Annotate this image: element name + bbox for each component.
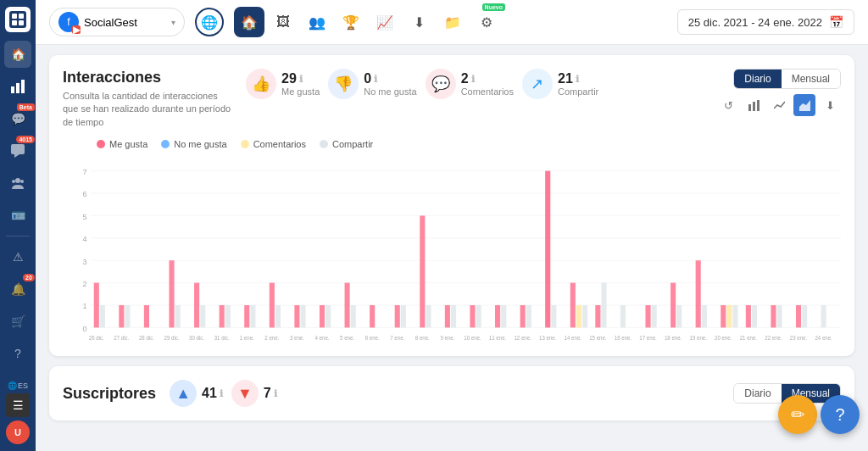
suscriptores-header: Suscriptores ▲ 41 ℹ ▼ 7 ℹ xyxy=(63,380,841,407)
help-fab[interactable]: ? xyxy=(821,395,860,434)
svg-rect-75 xyxy=(476,305,481,327)
svg-rect-112 xyxy=(777,305,782,327)
like-info-icon[interactable]: ℹ xyxy=(299,74,303,85)
stat-like: 👍 29 ℹ Me gusta xyxy=(246,69,320,99)
date-range-text: 25 dic. 2021 - 24 ene. 2022 xyxy=(688,16,822,29)
svg-rect-63 xyxy=(370,305,375,327)
svg-text:6 ene.: 6 ene. xyxy=(365,335,380,341)
date-picker[interactable]: 25 dic. 2021 - 24 ene. 2022 📅 xyxy=(677,9,854,35)
svg-rect-4 xyxy=(19,20,24,25)
bar-chart-button[interactable] xyxy=(743,94,765,116)
svg-text:5: 5 xyxy=(82,212,86,221)
comment-info-icon[interactable]: ℹ xyxy=(471,74,475,85)
messages-badge: 4015 xyxy=(16,136,35,143)
period-diario[interactable]: Diario xyxy=(734,70,781,88)
line-chart-button[interactable] xyxy=(768,94,790,116)
notifications-badge: 20 xyxy=(23,274,35,281)
svg-rect-108 xyxy=(746,305,751,327)
account-icon: f ▶ xyxy=(58,12,79,32)
svg-rect-71 xyxy=(445,305,450,327)
help-icon: ? xyxy=(835,405,844,425)
svg-rect-42 xyxy=(194,283,199,328)
hamburger-menu[interactable]: ☰ xyxy=(6,393,30,417)
svg-rect-61 xyxy=(351,305,356,327)
share-label: Compartir xyxy=(558,86,598,97)
sidebar-item-audience[interactable] xyxy=(4,170,31,197)
comment-info: 2 ℹ Comentarios xyxy=(461,71,514,97)
sidebar-item-messages[interactable]: 4015 xyxy=(4,137,31,164)
svg-text:22 ene.: 22 ene. xyxy=(765,335,782,341)
svg-rect-98 xyxy=(670,283,676,328)
dislike-count: 0 ℹ xyxy=(364,71,416,86)
nav-people[interactable]: 👥 xyxy=(302,7,332,37)
svg-text:13 ene.: 13 ene. xyxy=(539,335,557,341)
refresh-button[interactable]: ↺ xyxy=(717,94,739,116)
sidebar-item-notifications[interactable]: 🔔 20 xyxy=(4,276,31,303)
sidebar-item-alerts[interactable]: ⚠ xyxy=(4,243,31,270)
download-chart-button[interactable]: ⬇ xyxy=(819,94,841,116)
chart-legend: Me gusta No me gusta Comentarios Compart… xyxy=(63,139,841,149)
nav-trophy[interactable]: 🏆 xyxy=(336,7,366,37)
svg-text:15 ene.: 15 ene. xyxy=(589,335,607,341)
dislike-info-icon[interactable]: ℹ xyxy=(374,74,377,85)
sidebar-item-home[interactable]: 🏠 xyxy=(4,41,31,68)
sus-down-icon: ▼ xyxy=(231,380,259,407)
card-title: Interacciones xyxy=(63,69,232,86)
share-count: 21 ℹ xyxy=(558,71,598,86)
like-icon: 👍 xyxy=(246,69,276,99)
chart-type-buttons: ↺ xyxy=(717,94,841,116)
svg-rect-104 xyxy=(721,305,726,327)
svg-text:0: 0 xyxy=(82,324,86,333)
sus-down: ▼ 7 ℹ xyxy=(231,380,277,407)
svg-rect-5 xyxy=(11,86,14,93)
nav-folder[interactable]: 📁 xyxy=(437,7,468,37)
svg-rect-80 xyxy=(520,305,526,327)
sidebar-item-help[interactable]: ? xyxy=(4,340,31,367)
globe-button[interactable]: 🌐 xyxy=(195,8,224,36)
svg-rect-3 xyxy=(12,20,17,25)
svg-point-11 xyxy=(20,180,24,183)
period-mensual[interactable]: Mensual xyxy=(782,70,840,88)
lang-selector[interactable]: 🌐 ES xyxy=(8,381,28,390)
svg-rect-77 xyxy=(495,305,500,327)
nav-images[interactable]: 🖼 xyxy=(268,7,298,37)
sidebar-item-analytics[interactable] xyxy=(4,73,31,100)
svg-rect-96 xyxy=(652,305,657,327)
nuevo-badge: Nuevo xyxy=(482,3,505,11)
edit-fab[interactable]: ✏ xyxy=(778,395,817,434)
svg-rect-102 xyxy=(702,305,707,327)
svg-rect-69 xyxy=(426,305,431,327)
svg-rect-74 xyxy=(470,305,475,327)
sidebar-item-shop[interactable]: 🛒 xyxy=(4,308,31,335)
account-name: SocialGest xyxy=(84,16,166,29)
sidebar-item-id[interactable]: 🪪 xyxy=(4,202,31,229)
main-content: f ▶ SocialGest ▾ 🌐 🏠 🖼 👥 🏆 📈 ⬇ 📁 ⚙ Nuevo… xyxy=(36,0,868,451)
svg-text:11 ene.: 11 ene. xyxy=(489,335,507,341)
svg-rect-0 xyxy=(9,11,26,28)
nav-home[interactable]: 🏠 xyxy=(234,7,264,37)
svg-text:2 ene.: 2 ene. xyxy=(264,335,279,341)
svg-rect-66 xyxy=(401,305,406,327)
sidebar-item-beta[interactable]: 💬 Beta xyxy=(4,105,31,132)
svg-rect-31 xyxy=(94,283,99,328)
sidebar-logo[interactable] xyxy=(5,7,31,32)
account-selector[interactable]: f ▶ SocialGest ▾ xyxy=(49,8,185,36)
area-chart-button[interactable] xyxy=(793,94,815,116)
sus-up-info-icon[interactable]: ℹ xyxy=(220,388,223,399)
svg-rect-7 xyxy=(21,80,25,93)
svg-rect-105 xyxy=(726,305,732,327)
sus-up-icon: ▲ xyxy=(170,380,197,407)
sus-period-diario[interactable]: Diario xyxy=(734,384,781,403)
sus-down-info-icon[interactable]: ℹ xyxy=(274,388,277,399)
card-title-block: Interacciones Consulta la cantidad de in… xyxy=(63,69,232,129)
nav-download[interactable]: ⬇ xyxy=(403,7,434,37)
period-buttons: Diario Mensual xyxy=(733,69,841,89)
share-info-icon[interactable]: ℹ xyxy=(576,74,579,85)
stat-share: ↗ 21 ℹ Compartir xyxy=(522,69,598,99)
nav-graph[interactable]: 📈 xyxy=(370,7,400,37)
user-avatar[interactable]: U xyxy=(6,420,30,444)
nav-settings[interactable]: ⚙ Nuevo xyxy=(471,7,502,37)
svg-rect-87 xyxy=(576,305,581,327)
svg-rect-115 xyxy=(802,305,807,327)
youtube-badge: ▶ xyxy=(72,25,81,34)
